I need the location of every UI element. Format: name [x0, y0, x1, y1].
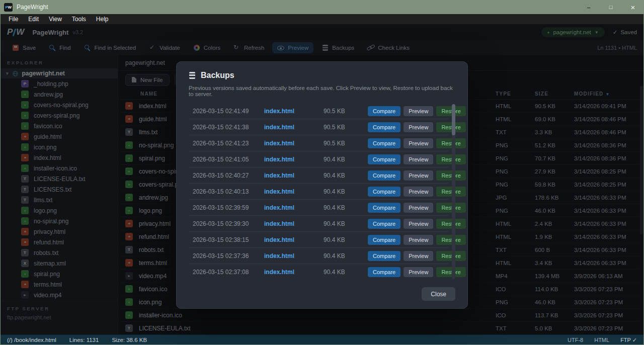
- compare-button[interactable]: Compare: [368, 122, 400, 132]
- maximize-button[interactable]: □: [600, 0, 622, 14]
- compare-button[interactable]: Compare: [368, 203, 400, 213]
- backup-row: 2026-03-15 02:41:38 index.html 90.5 KB C…: [189, 119, 448, 135]
- backup-file-link[interactable]: index.html: [264, 172, 320, 179]
- backup-size: 90.4 KB: [324, 188, 362, 195]
- restore-button[interactable]: Restore: [436, 170, 466, 181]
- backup-file-link[interactable]: index.html: [264, 140, 320, 147]
- backup-size: 90.5 KB: [324, 124, 362, 131]
- status-file-path: (/) /book/index.html: [7, 337, 56, 343]
- restore-button[interactable]: Restore: [436, 154, 466, 164]
- backup-timestamp: 2026-03-15 02:40:13: [193, 188, 261, 195]
- backup-size: 90.5 KB: [324, 140, 362, 147]
- preview-button[interactable]: Preview: [404, 251, 433, 261]
- backup-size: 90.4 KB: [324, 156, 362, 163]
- preview-button[interactable]: Preview: [404, 106, 433, 116]
- restore-button[interactable]: Restore: [436, 138, 466, 148]
- compare-button[interactable]: Compare: [368, 187, 400, 197]
- backup-row: 2026-03-15 02:37:36 index.html 90.4 KB C…: [189, 248, 448, 264]
- preview-button[interactable]: Preview: [404, 138, 433, 148]
- restore-button[interactable]: Restore: [436, 267, 466, 277]
- restore-button[interactable]: Restore: [436, 235, 466, 245]
- modal-close-button[interactable]: Close: [422, 287, 455, 301]
- preview-button[interactable]: Preview: [404, 219, 433, 229]
- backup-size: 90.4 KB: [324, 204, 362, 211]
- backup-file-link[interactable]: index.html: [264, 220, 320, 227]
- backup-size: 90.4 KB: [324, 220, 362, 227]
- restore-button[interactable]: Restore: [436, 106, 466, 116]
- backup-timestamp: 2026-03-15 02:39:59: [193, 204, 261, 211]
- menu-item[interactable]: File: [4, 15, 23, 24]
- status-bar: (/) /book/index.html Lines: 1131 Size: 3…: [0, 334, 644, 345]
- compare-button[interactable]: Compare: [368, 106, 400, 116]
- backup-file-link[interactable]: index.html: [264, 124, 320, 131]
- restore-button[interactable]: Restore: [436, 187, 466, 197]
- minimize-button[interactable]: –: [578, 0, 600, 14]
- restore-button[interactable]: Restore: [436, 251, 466, 261]
- compare-button[interactable]: Compare: [368, 219, 400, 229]
- backup-timestamp: 2026-03-15 02:40:27: [193, 172, 261, 179]
- window-title: PageWright: [17, 4, 48, 11]
- modal-subtitle: Previous versions saved automatically be…: [189, 85, 455, 97]
- backup-timestamp: 2026-03-15 02:41:38: [193, 124, 261, 131]
- preview-button[interactable]: Preview: [404, 187, 433, 197]
- backup-timestamp: 2026-03-15 02:37:08: [193, 269, 261, 276]
- backup-timestamp: 2026-03-15 02:38:15: [193, 236, 261, 243]
- close-button[interactable]: ×: [622, 0, 644, 14]
- compare-button[interactable]: Compare: [368, 170, 400, 181]
- backup-row: 2026-03-15 02:41:05 index.html 90.4 KB C…: [189, 151, 448, 167]
- restore-button[interactable]: Restore: [436, 219, 466, 229]
- status-ftp[interactable]: FTP ✓: [620, 337, 637, 343]
- close-icon: ×: [631, 3, 635, 12]
- backup-file-link[interactable]: index.html: [264, 252, 320, 260]
- compare-button[interactable]: Compare: [368, 235, 400, 245]
- status-file-size: Size: 38.6 KB: [112, 337, 147, 343]
- backup-timestamp: 2026-03-15 02:37:36: [193, 252, 261, 260]
- backups-modal: Backups Previous versions saved automati…: [176, 61, 468, 309]
- preview-button[interactable]: Preview: [404, 170, 433, 181]
- backup-row: 2026-03-15 02:39:59 index.html 90.4 KB C…: [189, 200, 448, 216]
- menu-bar: File Edit View Tools Help: [0, 14, 644, 24]
- status-encoding[interactable]: UTF-8: [568, 337, 583, 343]
- backup-size: 90.4 KB: [324, 172, 362, 179]
- modal-scrollbar-thumb[interactable]: [452, 104, 455, 135]
- backup-row: 2026-03-15 02:40:27 index.html 90.4 KB C…: [189, 167, 448, 184]
- backup-file-link[interactable]: index.html: [264, 204, 320, 211]
- modal-scrollbar[interactable]: [452, 104, 455, 279]
- backup-row: 2026-03-15 02:38:15 index.html 90.4 KB C…: [189, 232, 448, 248]
- preview-button[interactable]: Preview: [404, 203, 433, 213]
- backup-size: 90.4 KB: [324, 252, 362, 260]
- compare-button[interactable]: Compare: [368, 267, 400, 277]
- backup-file-link[interactable]: index.html: [264, 236, 320, 243]
- restore-button[interactable]: Restore: [436, 122, 466, 132]
- preview-button[interactable]: Preview: [404, 267, 433, 277]
- app-logo-icon: PW: [4, 3, 13, 12]
- menu-item[interactable]: View: [44, 15, 66, 24]
- backups-icon: [189, 71, 196, 79]
- menu-item[interactable]: Tools: [67, 15, 91, 24]
- menu-item[interactable]: Help: [92, 15, 113, 24]
- maximize-icon: □: [609, 4, 613, 10]
- backup-file-link[interactable]: index.html: [264, 269, 320, 276]
- backup-size: 90.5 KB: [324, 108, 362, 115]
- menu-item[interactable]: Edit: [24, 15, 43, 24]
- backup-size: 90.4 KB: [324, 236, 362, 243]
- status-mode[interactable]: HTML: [594, 337, 609, 343]
- backup-file-link[interactable]: index.html: [264, 188, 320, 195]
- status-line-count: Lines: 1131: [69, 337, 99, 343]
- backup-file-link[interactable]: index.html: [264, 156, 320, 163]
- preview-button[interactable]: Preview: [404, 154, 433, 164]
- backup-row: 2026-03-15 02:40:13 index.html 90.4 KB C…: [189, 184, 448, 200]
- backup-file-link[interactable]: index.html: [264, 108, 320, 115]
- backup-timestamp: 2026-03-15 02:41:23: [193, 140, 261, 147]
- restore-button[interactable]: Restore: [436, 203, 466, 213]
- titlebar[interactable]: PW PageWright – □ ×: [0, 0, 644, 14]
- preview-button[interactable]: Preview: [404, 122, 433, 132]
- compare-button[interactable]: Compare: [368, 138, 400, 148]
- backup-list: 2026-03-15 02:41:49 index.html 90.5 KB C…: [189, 103, 455, 280]
- backup-timestamp: 2026-03-15 02:41:05: [193, 156, 261, 163]
- backup-row: 2026-03-15 02:41:23 index.html 90.5 KB C…: [189, 135, 448, 151]
- modal-title: Backups: [189, 71, 455, 80]
- preview-button[interactable]: Preview: [404, 235, 433, 245]
- compare-button[interactable]: Compare: [368, 251, 400, 261]
- compare-button[interactable]: Compare: [368, 154, 400, 164]
